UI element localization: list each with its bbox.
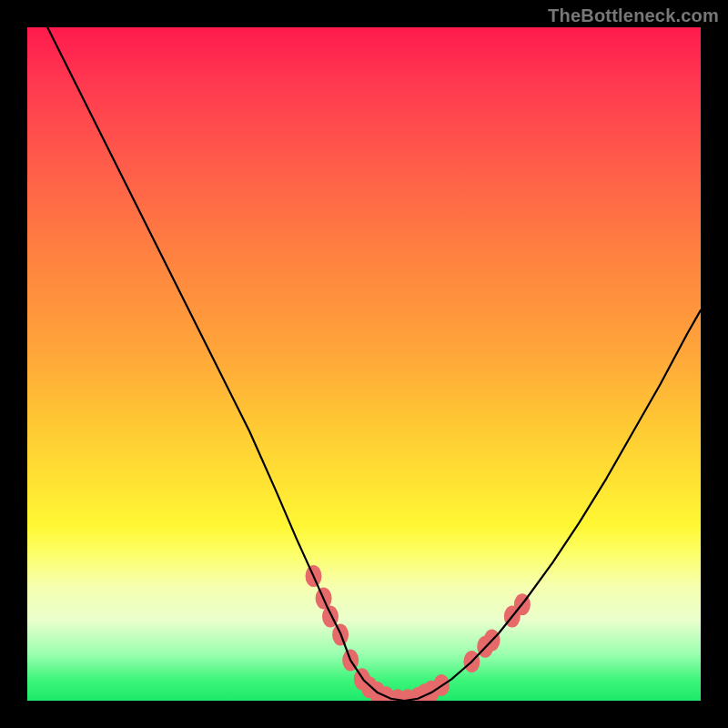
curve-svg	[27, 27, 701, 701]
bottleneck-curve	[47, 27, 701, 701]
chart-frame: TheBottleneck.com	[0, 0, 728, 728]
watermark-text: TheBottleneck.com	[548, 5, 719, 26]
plot-area	[27, 27, 701, 701]
marker-group	[306, 565, 531, 701]
